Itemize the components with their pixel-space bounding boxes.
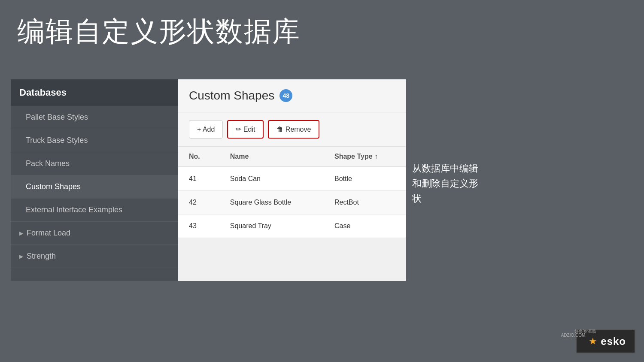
sidebar-section-format-load[interactable]: ▶ Format Load [11,222,178,245]
column-no: No. [178,147,219,167]
cell-no: 41 [178,167,219,191]
annotation-text: 从数据库中编辑和删除自定义形状 [412,161,478,206]
esko-star-icon: ★ [589,336,597,347]
add-button[interactable]: + Add [189,120,223,139]
sidebar-item-pallet-base-styles[interactable]: Pallet Base Styles [11,106,178,129]
cell-name: Square Glass Bottle [219,191,324,214]
sidebar-item-pack-names[interactable]: Pack Names [11,152,178,175]
esko-brand-name: esko [601,335,626,347]
cell-no: 43 [178,214,219,238]
data-table: No. Name Shape Type ↑ 41 Soda Can Bottle… [178,147,406,238]
sidebar-item-external-interface-examples[interactable]: External Interface Examples [11,199,178,222]
table-header-row: No. Name Shape Type ↑ [178,147,406,167]
main-content: Databases Pallet Base Styles Truck Base … [11,79,406,281]
sidebar-header: Databases [11,79,178,106]
cell-no: 42 [178,191,219,214]
cell-shape-type: RectBot [324,191,406,214]
count-badge: 48 [279,89,292,102]
edit-button[interactable]: ✏ Edit [227,120,264,139]
column-shape-type: Shape Type ↑ [324,147,406,167]
arrow-icon: ▶ [19,253,23,259]
sidebar: Databases Pallet Base Styles Truck Base … [11,79,178,281]
right-panel: Custom Shapes 48 + Add ✏ Edit 🗑 Remove N… [178,79,406,281]
panel-header: Custom Shapes 48 [178,79,406,112]
esko-logo: ADZIO.COM 好多资源哦 ★ esko [576,329,635,353]
remove-button[interactable]: 🗑 Remove [268,120,319,139]
table-row[interactable]: 43 Squared Tray Case [178,214,406,238]
sidebar-section-strength[interactable]: ▶ Strength [11,245,178,268]
cell-shape-type: Case [324,214,406,238]
sidebar-item-custom-shapes[interactable]: Custom Shapes [11,175,178,199]
table-row[interactable]: 41 Soda Can Bottle [178,167,406,191]
panel-title: Custom Shapes [189,89,274,103]
table-row[interactable]: 42 Square Glass Bottle RectBot [178,191,406,214]
arrow-icon: ▶ [19,230,23,236]
page-title: 编辑自定义形状数据库 [17,13,301,50]
cell-name: Soda Can [219,167,324,191]
column-name: Name [219,147,324,167]
cell-name: Squared Tray [219,214,324,238]
cell-shape-type: Bottle [324,167,406,191]
sidebar-item-truck-base-styles[interactable]: Truck Base Styles [11,129,178,152]
toolbar: + Add ✏ Edit 🗑 Remove [178,112,406,147]
